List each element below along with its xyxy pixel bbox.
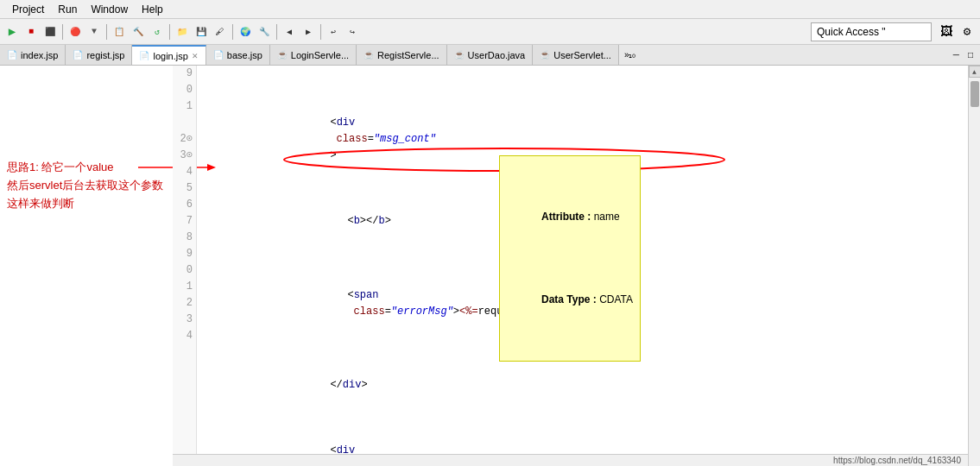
linenum-9: 9 [173, 66, 193, 82]
toolbar-btn-8[interactable]: 📁 [174, 23, 191, 41]
tooltip-dtype-label: Data Type : [541, 293, 599, 305]
tab-icon-userdao: ☕ [454, 50, 465, 60]
linenum-3: 3⊙ [173, 148, 193, 164]
linenum-7: 7 [173, 213, 193, 230]
bottom-scrollbar[interactable] [173, 455, 826, 467]
menu-help[interactable]: Help [135, 2, 170, 17]
tab-icon-registservle: ☕ [364, 50, 374, 60]
minimize-button[interactable]: ─ [950, 48, 963, 61]
toolbar-btn-3[interactable]: 🔴 [66, 23, 84, 41]
tooltip-attr-label: Attribute : [541, 211, 594, 223]
tooltip-attr-val: name [594, 211, 620, 223]
toolbar-btn-10[interactable]: 🖋 [212, 23, 229, 41]
toolbar-btn-12[interactable]: 🔧 [256, 23, 273, 41]
tab-icon-regist: 📄 [73, 50, 83, 60]
tab-label-base: base.jsp [227, 50, 262, 60]
linenum-0: 0 [173, 82, 193, 98]
right-scrollbar[interactable]: ▲ [968, 66, 980, 466]
linenum-1: 1 [173, 98, 193, 115]
tooltip-row2: Data Type : CDATA [507, 275, 633, 325]
line-numbers: 9 0 1 2⊙ 3⊙ 4 5 6 7 8 9 0 1 2 3 4 [173, 66, 197, 454]
annotation-panel: 思路1: 给它一个value 然后servlet后台去获取这个参数 这样来做判断 [0, 66, 173, 466]
quick-access-label: Quick Access " [817, 26, 886, 38]
code-lines: 9 0 1 2⊙ 3⊙ 4 5 6 7 8 9 0 1 2 3 4 [173, 66, 968, 454]
toolbar-sep-6 [320, 24, 321, 40]
toolbar-btn-14[interactable]: ▶ [300, 23, 317, 41]
menu-window[interactable]: Window [84, 2, 135, 17]
tab-overflow[interactable]: »₁₀ [619, 45, 642, 65]
tab-regist-jsp[interactable]: 📄 regist.jsp [66, 45, 132, 65]
tab-label-registservle: RegistServle... [377, 50, 439, 60]
linenum-8: 8 [173, 230, 193, 246]
code-content[interactable]: <div class="msg_cont" > <b></b> <span [197, 66, 968, 454]
tooltip-dtype-val: CDATA [599, 293, 633, 305]
tab-base-jsp[interactable]: 📄 base.jsp [206, 45, 270, 65]
settings-icon[interactable]: ⚙ [958, 22, 977, 41]
tab-label-loginservle: LoginServle... [291, 50, 349, 60]
linenum-5: 5 [173, 180, 193, 197]
run-button[interactable]: ▶ [3, 23, 21, 41]
toolbar-sep-2 [106, 24, 107, 40]
code-area[interactable]: 9 0 1 2⊙ 3⊙ 4 5 6 7 8 9 0 1 2 3 4 [173, 66, 968, 466]
toolbar-btn-4[interactable]: ▼ [85, 23, 103, 41]
tab-label-regist: regist.jsp [86, 50, 124, 60]
menu-project[interactable]: Project [5, 2, 51, 17]
code-line-enddiv: </div> [204, 377, 968, 394]
tabs-window-buttons: ─ □ [950, 48, 980, 61]
linenum-2b: 2 [173, 295, 193, 312]
editor-container: 思路1: 给它一个value 然后servlet后台去获取这个参数 这样来做判断… [0, 66, 980, 466]
tab-close-login[interactable]: ✕ [192, 52, 199, 60]
linenum-4: 4 [173, 164, 193, 180]
code-line-9: <div class="msg_cont" > [204, 131, 968, 148]
menu-run[interactable]: Run [51, 2, 84, 17]
tab-userservlet[interactable]: ☕ UserServlet... [533, 45, 619, 65]
linenum-9b: 9 [173, 246, 193, 262]
toolbar-sep-1 [62, 24, 63, 40]
tab-icon-login: 📄 [139, 51, 149, 60]
linenum-2: 2⊙ [173, 131, 193, 148]
toolbar: ▶ ■ ⬛ 🔴 ▼ 📋 🔨 ↺ 📁 💾 🖋 🌍 🔧 ◀ ▶ ↩ ↪ Quick … [0, 19, 980, 45]
toolbar-btn-1[interactable]: ■ [22, 23, 40, 41]
tab-icon-userservlet: ☕ [540, 50, 550, 60]
toolbar-btn-15[interactable]: ↩ [325, 23, 342, 41]
toolbar-btn-16[interactable]: ↪ [344, 23, 361, 41]
tab-label-login: login.jsp [153, 51, 187, 61]
tab-overflow-label: »₁₀ [624, 50, 636, 60]
tab-label-userdao: UserDao.java [468, 50, 526, 60]
linenum-3b: 3 [173, 312, 193, 328]
scroll-up-arrow[interactable]: ▲ [969, 66, 981, 78]
menu-bar: Project Run Window Help [0, 0, 980, 19]
tab-label-userservlet: UserServlet... [553, 50, 611, 60]
toolbar-btn-9[interactable]: 💾 [193, 23, 210, 41]
toolbar-btn-2[interactable]: ⬛ [41, 23, 59, 41]
toolbar-btn-13[interactable]: ◀ [281, 23, 298, 41]
toolbar-btn-11[interactable]: 🌍 [237, 23, 254, 41]
perspective-icon[interactable]: 🖼 [937, 22, 956, 41]
maximize-button[interactable]: □ [964, 48, 977, 61]
tooltip-row1: Attribute : name [507, 192, 633, 242]
linenum-blank [173, 115, 193, 131]
quick-access-box[interactable]: Quick Access " [811, 22, 932, 41]
tab-registservle[interactable]: ☕ RegistServle... [357, 45, 447, 65]
linenum-4b: 4 [173, 328, 193, 344]
toolbar-right-icons: 🖼 ⚙ [937, 22, 977, 41]
bottom-status: https://blog.csdn.net/dq_4163340 [826, 456, 968, 465]
toolbar-sep-4 [232, 24, 233, 40]
tab-loginservle[interactable]: ☕ LoginServle... [270, 45, 357, 65]
toolbar-btn-7[interactable]: ↺ [149, 23, 166, 41]
toolbar-sep-5 [276, 24, 277, 40]
linenum-0b: 0 [173, 262, 193, 279]
linenum-1b: 1 [173, 279, 193, 295]
tab-index-jsp[interactable]: 📄 index.jsp [0, 45, 66, 65]
annotation-line2: 然后servlet后台去获取这个参数 [7, 177, 166, 195]
tab-icon-base: 📄 [213, 50, 224, 60]
tab-label-index: index.jsp [21, 50, 58, 60]
toolbar-btn-5[interactable]: 📋 [111, 23, 128, 41]
bottom-bar: https://blog.csdn.net/dq_4163340 [173, 454, 968, 466]
tab-userdao[interactable]: ☕ UserDao.java [447, 45, 534, 65]
toolbar-sep-3 [169, 24, 170, 40]
scroll-thumb[interactable] [971, 81, 979, 107]
toolbar-btn-6[interactable]: 🔨 [130, 23, 147, 41]
tab-icon-index: 📄 [7, 50, 17, 60]
tab-login-jsp[interactable]: 📄 login.jsp ✕ [132, 45, 205, 65]
